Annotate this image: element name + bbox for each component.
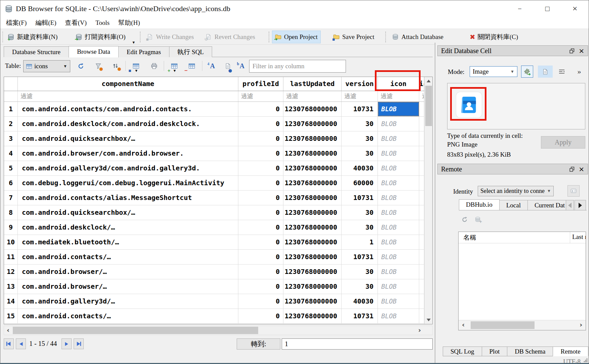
cell-version[interactable]: 30: [342, 117, 378, 131]
cell-version[interactable]: 10731: [342, 309, 378, 323]
cell-lastupdated[interactable]: 1230768000000: [283, 191, 342, 205]
main-tab[interactable]: Browse Data: [69, 46, 119, 57]
menu-item[interactable]: 查看(V): [61, 18, 91, 27]
vertical-scrollbar[interactable]: [424, 77, 432, 324]
horizontal-scrollbar-thumb[interactable]: [13, 327, 258, 334]
cell-version[interactable]: 30: [342, 265, 378, 279]
dock-tab[interactable]: Plot: [482, 347, 508, 356]
cell-version[interactable]: 10731: [342, 191, 378, 205]
table-select[interactable]: icons ▼: [23, 60, 70, 72]
cell-componentname[interactable]: com.android.quicksearchbox/…: [18, 131, 238, 146]
cell-icon-blob[interactable]: BLOB: [378, 161, 419, 175]
cell-profileid[interactable]: 0: [238, 220, 283, 235]
cell-profileid[interactable]: 0: [238, 250, 283, 264]
row-number[interactable]: 4: [4, 146, 18, 161]
remote-tabs-scroll-left[interactable]: [566, 200, 574, 210]
cell-profileid[interactable]: 0: [238, 309, 283, 323]
new-database-button[interactable]: ＋ 新建資料庫(N): [5, 31, 60, 43]
cell-icon-blob[interactable]: BLOB: [378, 235, 419, 249]
cell-componentname[interactable]: com.android.deskclock/com.android.deskcl…: [18, 117, 238, 131]
remote-column-name[interactable]: 名稱: [459, 232, 570, 243]
cell-profileid[interactable]: 0: [238, 146, 283, 161]
cell-componentname[interactable]: com.android.browser/…: [18, 265, 238, 279]
remote-clone-database-button[interactable]: ＋: [473, 215, 483, 224]
filter-input-version[interactable]: 過濾: [342, 91, 378, 102]
dock-tab[interactable]: SQL Log: [443, 347, 482, 356]
insert-record-button[interactable]: ＋ ▼: [168, 60, 181, 72]
menu-item[interactable]: 幫助(H): [114, 18, 144, 27]
cell-version[interactable]: 40030: [342, 161, 378, 175]
delete-record-button[interactable]: −: [185, 60, 198, 72]
cell-version[interactable]: 30: [342, 279, 378, 294]
column-header-componentname[interactable]: componentName: [18, 77, 238, 91]
close-panel-icon[interactable]: ×: [579, 47, 584, 55]
text-mode-button[interactable]: [538, 66, 553, 78]
cell-icon-blob[interactable]: BLOB: [378, 294, 419, 309]
row-number[interactable]: 6: [4, 176, 18, 190]
cell-componentname[interactable]: com.android.contacts/…: [18, 250, 238, 264]
cell-lastupdated[interactable]: 1230768000000: [283, 294, 342, 309]
scroll-up-icon[interactable]: [425, 77, 433, 85]
cell-profileid[interactable]: 0: [238, 191, 283, 205]
edit-format-button[interactable]: bA: [236, 60, 248, 72]
cell-componentname[interactable]: com.android.contacts/alias.MessageShortc…: [18, 191, 238, 205]
minimize-icon[interactable]: −: [506, 0, 534, 17]
cell-profileid[interactable]: 0: [238, 102, 283, 116]
row-number[interactable]: 2: [4, 117, 18, 131]
dock-tab[interactable]: DB Schema: [507, 347, 553, 356]
filter-input-lastupdated[interactable]: 過濾: [283, 91, 342, 102]
cell-profileid[interactable]: 0: [238, 176, 283, 190]
row-number[interactable]: 13: [4, 279, 18, 294]
revert-changes-button[interactable]: ↺ Revert Changes: [203, 31, 258, 43]
insert-record-dropdown-icon[interactable]: ▼: [173, 69, 176, 73]
row-number[interactable]: 15: [4, 309, 18, 323]
cell-componentname[interactable]: com.android.contacts/com.android.contact…: [18, 102, 238, 116]
remote-scrollbar-thumb[interactable]: [471, 321, 535, 329]
cell-version[interactable]: 30: [342, 205, 378, 220]
clear-sort-button[interactable]: ●: [109, 60, 122, 72]
save-project-button[interactable]: ▪ Save Project: [330, 31, 377, 43]
write-changes-button[interactable]: ▪ Write Changes: [144, 31, 197, 43]
row-number[interactable]: 9: [4, 220, 18, 235]
filter-input-componentname[interactable]: 過濾: [18, 91, 238, 102]
cell-icon-blob[interactable]: BLOB: [378, 102, 419, 116]
row-number[interactable]: 3: [4, 131, 18, 146]
menu-item[interactable]: 檔案(F): [2, 18, 31, 27]
cell-profileid[interactable]: 0: [238, 131, 283, 146]
scroll-right-icon[interactable]: ›: [416, 326, 424, 335]
cell-profileid[interactable]: 0: [238, 294, 283, 309]
row-number[interactable]: 5: [4, 161, 18, 175]
cell-componentname[interactable]: com.android.gallery3d/…: [18, 294, 238, 309]
cell-componentname[interactable]: com.android.deskclock/…: [18, 220, 238, 235]
remote-tab[interactable]: DBHub.io: [459, 199, 500, 210]
main-tab[interactable]: Edit Pragmas: [118, 46, 169, 57]
close-database-button[interactable]: ✖ 關閉資料庫(C): [467, 31, 521, 43]
import-data-button[interactable]: ➜: [521, 66, 533, 78]
vertical-scrollbar-thumb[interactable]: [425, 86, 432, 126]
cell-lastupdated[interactable]: 1230768000000: [283, 161, 342, 175]
cell-version[interactable]: 30: [342, 131, 378, 146]
cell-componentname[interactable]: com.debug.loggerui/com.debug.loggerui.Ma…: [18, 176, 238, 190]
float-panel-icon[interactable]: [570, 48, 575, 53]
row-number[interactable]: 11: [4, 250, 18, 264]
column-header-profileid[interactable]: profileId: [238, 77, 283, 91]
scroll-left-icon[interactable]: ‹: [459, 321, 467, 329]
cell-lastupdated[interactable]: 1230768000000: [283, 265, 342, 279]
remote-tab[interactable]: Current Dat: [527, 200, 572, 210]
cell-version[interactable]: 10731: [342, 250, 378, 264]
cell-version[interactable]: 30: [342, 146, 378, 161]
row-number[interactable]: 7: [4, 191, 18, 205]
scroll-right-icon[interactable]: ›: [577, 321, 585, 329]
close-panel-icon[interactable]: ×: [579, 165, 584, 173]
cell-componentname[interactable]: com.android.contacts/…: [18, 309, 238, 323]
close-icon[interactable]: ×: [561, 0, 589, 17]
font-format-button[interactable]: A4: [206, 60, 219, 72]
cell-componentname[interactable]: com.android.browser/…: [18, 279, 238, 294]
cell-lastupdated[interactable]: 1230768000000: [283, 250, 342, 264]
row-number[interactable]: 8: [4, 205, 18, 220]
save-table-dropdown-icon[interactable]: ▼: [134, 69, 138, 73]
cell-componentname[interactable]: com.mediatek.bluetooth/…: [18, 235, 238, 249]
column-header-clipped[interactable]: ic: [419, 77, 424, 91]
refresh-button[interactable]: [74, 60, 87, 72]
cell-version[interactable]: 30: [342, 220, 378, 235]
